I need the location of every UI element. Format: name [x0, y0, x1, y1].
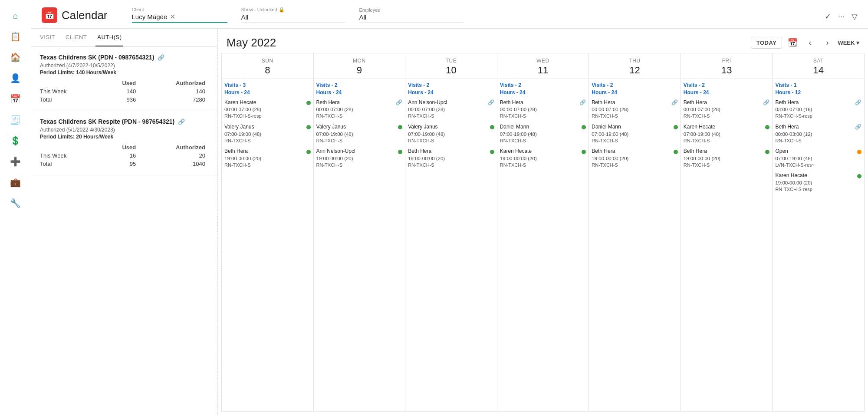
visit-code: RN-TXCH-S [500, 162, 586, 168]
visit-time: 03:00-07:00 (16) [775, 106, 861, 113]
sidebar-item-tools[interactable]: 🔧 [7, 194, 24, 212]
visit-card[interactable]: Valery Janus 07:00-19:00 (48) RN-TXCH-S [224, 123, 311, 144]
visit-employee-name: Beth Hera [684, 99, 707, 106]
visit-code: RN-TXCH-S [224, 162, 311, 168]
day-column: Visits - 2Hours - 24 Beth Hera 🔗 00:00-0… [589, 79, 681, 412]
visit-card[interactable]: Beth Hera 🔗 00:00-07:00 (28) RN-TXCH-S [500, 99, 586, 120]
visit-card[interactable]: Ann Nelson-Upcl 🔗 00:00-07:00 (28) RN-TX… [408, 99, 494, 120]
link-icon[interactable]: 🔗 [488, 99, 494, 106]
visit-card[interactable]: Karen Hecate 07:00-19:00 (48) RN-TXCH-S [684, 123, 770, 144]
today-button[interactable]: TODAY [751, 37, 783, 49]
visit-code: LVN-TXCH-S-res~ [775, 162, 861, 168]
link-icon[interactable]: 🔗 [671, 99, 678, 106]
sidebar-item-briefcase[interactable]: 💼 [7, 174, 24, 191]
visit-time: 19:00-00:00 (20) [684, 155, 770, 162]
visit-card[interactable]: Valery Janus 07:00-19:00 (48) RN-TXCH-S [316, 123, 403, 144]
visit-card[interactable]: Beth Hera 🔗 00:00-07:00 (28) RN-TXCH-S [592, 99, 678, 120]
status-dot [857, 174, 861, 178]
visit-time: 07:00-19:00 (48) [316, 131, 403, 138]
sidebar-item-dollar[interactable]: 💲 [7, 132, 24, 149]
calendar-area: May 2022 TODAY 📆 ‹ › WEEK ▾ SUN 8 MON 9 … [218, 29, 868, 415]
filter-button[interactable]: ▽ [852, 12, 858, 21]
day-name: TUE [407, 58, 495, 64]
visit-card[interactable]: Beth Hera 19:00-00:00 (20) RN-TXCH-S [224, 148, 311, 168]
visit-employee-name: Valery Janus [316, 123, 346, 131]
day-number: 8 [224, 65, 312, 76]
visit-card[interactable]: Open 07:00-19:00 (48) LVN-TXCH-S-res~ [775, 148, 861, 168]
visit-card[interactable]: Daniel Mann 07:00-19:00 (48) RN-TXCH-S [500, 123, 586, 144]
calendar-date-picker-icon[interactable]: 📆 [786, 36, 799, 49]
tab-visit[interactable]: VISIT [38, 29, 57, 46]
tab-client[interactable]: CLIENT [64, 29, 89, 46]
visit-code: RN-TXCH-S [316, 113, 403, 119]
visit-card[interactable]: Beth Hera 🔗 03:00-07:00 (16) RN-TXCH-S-r… [775, 99, 861, 120]
auth-1-external-link-icon[interactable]: 🔗 [158, 54, 164, 61]
visit-card[interactable]: Daniel Mann 07:00-19:00 (48) RN-TXCH-S [592, 123, 678, 144]
visit-summary[interactable]: Visits - 2Hours - 24 [684, 82, 770, 96]
content-area: VISIT CLIENT AUTH(S) Texas Childrens SK … [31, 29, 868, 415]
sidebar-item-plus[interactable]: ➕ [7, 153, 24, 170]
sidebar-item-invoice[interactable]: 🧾 [7, 111, 24, 128]
link-icon[interactable]: 🔗 [855, 99, 861, 106]
visit-name-row: Beth Hera [592, 148, 678, 155]
link-icon[interactable]: 🔗 [396, 99, 402, 106]
sidebar-item-calendar[interactable]: 📅 [7, 90, 24, 108]
auth-2-external-link-icon[interactable]: 🔗 [178, 119, 185, 125]
sidebar-item-house[interactable]: 🏠 [7, 49, 24, 66]
visit-employee-name: Daniel Mann [500, 123, 529, 131]
visit-card[interactable]: Karen Hecate 00:00-07:00 (28) RN-TXCH-S-… [224, 99, 311, 120]
show-value[interactable]: All [241, 13, 345, 23]
visit-summary[interactable]: Visits - 2Hours - 24 [408, 82, 494, 96]
visit-code: RN-TXCH-S [592, 113, 678, 119]
visit-card[interactable]: Beth Hera 19:00-00:00 (20) RN-TXCH-S [684, 148, 770, 168]
visit-card[interactable]: Beth Hera 19:00-00:00 (20) RN-TXCH-S [592, 148, 678, 168]
visit-code: RN-TXCH-S-resp [775, 113, 861, 119]
visit-card[interactable]: Beth Hera 🔗 00:00-07:00 (28) RN-TXCH-S [316, 99, 403, 120]
checkmark-button[interactable]: ✓ [825, 12, 831, 21]
visit-summary[interactable]: Visits - 2Hours - 24 [316, 82, 403, 96]
link-icon[interactable]: 🔗 [763, 99, 769, 106]
visit-card[interactable]: Beth Hera 🔗 00:00-03:00 (12) RN-TXCH-S [775, 123, 861, 144]
employee-value[interactable]: All [359, 13, 464, 23]
day-header-cell: TUE 10 [405, 53, 497, 79]
header-actions: ✓ ··· ▽ [825, 12, 858, 23]
visit-summary[interactable]: Visits - 3Hours - 24 [224, 82, 311, 96]
calendar-app-icon: 📅 [42, 7, 57, 23]
visit-card[interactable]: Beth Hera 🔗 00:00-07:00 (28) RN-TXCH-S [684, 99, 770, 120]
prev-week-button[interactable]: ‹ [803, 36, 817, 49]
visit-name-row: Karen Hecate [684, 123, 770, 131]
sidebar-item-document[interactable]: 📋 [7, 28, 24, 45]
auth-2-table: Used Authorized This Week 16 20 Total 95… [40, 143, 209, 168]
status-dot [306, 125, 311, 129]
visit-summary[interactable]: Visits - 2Hours - 24 [592, 82, 678, 96]
auth-table-col-used: Used [103, 79, 140, 87]
visit-name-row: Valery Janus [316, 123, 403, 131]
app-title-group: 📅 Calendar [42, 7, 108, 23]
visit-card[interactable]: Karen Hecate 19:00-00:00 (20) RN-TXCH-S-… [775, 172, 861, 193]
more-options-button[interactable]: ··· [838, 12, 845, 21]
status-dot [306, 150, 311, 154]
visit-card[interactable]: Valery Janus 07:00-19:00 (48) RN-TXCH-S [408, 123, 494, 144]
visit-name-row: Beth Hera 🔗 [316, 99, 403, 106]
visit-code: RN-TXCH-S [775, 138, 861, 144]
status-dot [490, 125, 494, 129]
auth-table-col-label [40, 79, 103, 87]
visit-card[interactable]: Ann Nelson-Upcl 19:00-00:00 (20) RN-TXCH… [316, 148, 403, 168]
visit-card[interactable]: Karen Hecate 19:00-00:00 (20) RN-TXCH-S [500, 148, 586, 168]
client-label: Client [132, 7, 227, 12]
visit-summary[interactable]: Visits - 1Hours - 12 [775, 82, 861, 96]
visit-time: 19:00-00:00 (20) [500, 155, 586, 162]
link-icon[interactable]: 🔗 [579, 99, 586, 106]
week-view-dropdown[interactable]: WEEK ▾ [838, 40, 859, 46]
link-icon[interactable]: 🔗 [855, 123, 861, 131]
next-week-button[interactable]: › [820, 36, 834, 49]
clear-client-button[interactable]: ✕ [170, 13, 175, 20]
auth-table-col-authorized-2: Authorized [139, 143, 209, 152]
sidebar-item-person[interactable]: 👤 [7, 69, 24, 87]
visit-card[interactable]: Beth Hera 19:00-00:00 (20) RN-TXCH-S [408, 148, 494, 168]
visit-summary[interactable]: Visits - 2Hours - 24 [500, 82, 586, 96]
sidebar-item-home[interactable]: ⌂ [7, 7, 24, 24]
status-dot [674, 150, 678, 154]
tab-auths[interactable]: AUTH(S) [95, 29, 123, 46]
auth-1-table: Used Authorized This Week 140 140 Total … [40, 79, 209, 104]
